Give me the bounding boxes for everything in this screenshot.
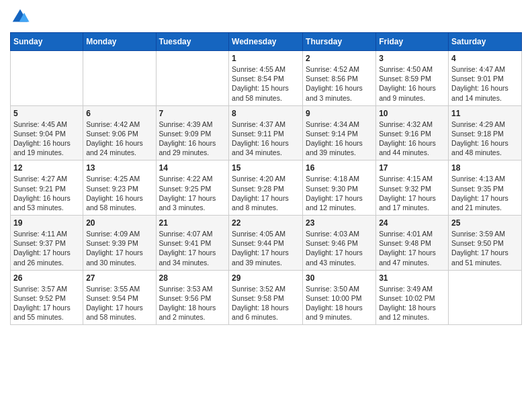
calendar-cell: 29Sunrise: 3:52 AM Sunset: 9:58 PM Dayli… (229, 270, 303, 325)
day-number: 18 (451, 163, 519, 173)
page: SundayMondayTuesdayWednesdayThursdayFrid… (0, 0, 532, 411)
day-info: Sunrise: 4:05 AM Sunset: 9:44 PM Dayligh… (232, 229, 300, 267)
calendar-cell: 1Sunrise: 4:55 AM Sunset: 8:54 PM Daylig… (229, 51, 303, 106)
calendar-cell (83, 51, 156, 106)
calendar-cell: 3Sunrise: 4:50 AM Sunset: 8:59 PM Daylig… (376, 51, 449, 106)
day-number: 15 (232, 163, 300, 173)
day-info: Sunrise: 4:47 AM Sunset: 9:01 PM Dayligh… (451, 64, 519, 103)
day-info: Sunrise: 4:45 AM Sunset: 9:04 PM Dayligh… (13, 120, 80, 158)
calendar-cell: 17Sunrise: 4:15 AM Sunset: 9:32 PM Dayli… (376, 161, 449, 216)
calendar-cell (449, 270, 522, 325)
day-info: Sunrise: 4:25 AM Sunset: 9:23 PM Dayligh… (86, 174, 152, 212)
day-number: 6 (86, 109, 152, 118)
calendar-cell: 28Sunrise: 3:53 AM Sunset: 9:56 PM Dayli… (156, 270, 229, 325)
day-number: 9 (306, 109, 373, 118)
day-info: Sunrise: 4:13 AM Sunset: 9:35 PM Dayligh… (451, 174, 519, 212)
day-info: Sunrise: 3:52 AM Sunset: 9:58 PM Dayligh… (232, 284, 300, 322)
day-info: Sunrise: 4:07 AM Sunset: 9:41 PM Dayligh… (159, 229, 226, 267)
header (10, 7, 522, 27)
logo (10, 7, 33, 27)
day-info: Sunrise: 4:03 AM Sunset: 9:46 PM Dayligh… (306, 229, 373, 267)
calendar-cell: 23Sunrise: 4:03 AM Sunset: 9:46 PM Dayli… (303, 216, 376, 271)
day-number: 22 (232, 218, 300, 228)
calendar-week-row: 26Sunrise: 3:57 AM Sunset: 9:52 PM Dayli… (11, 270, 522, 325)
day-number: 26 (13, 273, 80, 283)
day-number: 17 (379, 163, 445, 173)
day-info: Sunrise: 3:55 AM Sunset: 9:54 PM Dayligh… (86, 284, 152, 322)
day-number: 12 (13, 163, 80, 173)
day-info: Sunrise: 4:01 AM Sunset: 9:48 PM Dayligh… (379, 229, 445, 267)
calendar-cell: 13Sunrise: 4:25 AM Sunset: 9:23 PM Dayli… (83, 161, 156, 216)
day-info: Sunrise: 4:20 AM Sunset: 9:28 PM Dayligh… (232, 174, 300, 212)
calendar-cell: 6Sunrise: 4:42 AM Sunset: 9:06 PM Daylig… (83, 105, 156, 161)
day-number: 28 (159, 273, 226, 283)
day-number: 24 (379, 218, 445, 228)
calendar-cell: 25Sunrise: 3:59 AM Sunset: 9:50 PM Dayli… (449, 216, 522, 271)
day-info: Sunrise: 4:34 AM Sunset: 9:14 PM Dayligh… (306, 120, 373, 158)
day-info: Sunrise: 4:32 AM Sunset: 9:16 PM Dayligh… (379, 120, 445, 158)
calendar-cell: 8Sunrise: 4:37 AM Sunset: 9:11 PM Daylig… (229, 105, 303, 161)
day-number: 16 (306, 163, 373, 173)
day-number: 19 (13, 218, 80, 228)
day-number: 23 (306, 218, 373, 228)
calendar-cell (156, 51, 229, 106)
calendar-cell: 27Sunrise: 3:55 AM Sunset: 9:54 PM Dayli… (83, 270, 156, 325)
calendar-week-row: 12Sunrise: 4:27 AM Sunset: 9:21 PM Dayli… (11, 161, 522, 216)
calendar-cell: 11Sunrise: 4:29 AM Sunset: 9:18 PM Dayli… (449, 105, 522, 161)
day-info: Sunrise: 3:50 AM Sunset: 10:00 PM Daylig… (306, 284, 373, 322)
calendar-cell: 26Sunrise: 3:57 AM Sunset: 9:52 PM Dayli… (11, 270, 83, 325)
calendar-cell: 20Sunrise: 4:09 AM Sunset: 9:39 PM Dayli… (83, 216, 156, 271)
day-number: 25 (451, 218, 519, 228)
day-number: 29 (232, 273, 300, 283)
day-number: 13 (86, 163, 152, 173)
day-info: Sunrise: 4:22 AM Sunset: 9:25 PM Dayligh… (159, 174, 226, 212)
day-info: Sunrise: 4:39 AM Sunset: 9:09 PM Dayligh… (159, 120, 226, 158)
weekday-header-monday: Monday (83, 33, 156, 51)
calendar-cell: 18Sunrise: 4:13 AM Sunset: 9:35 PM Dayli… (449, 161, 522, 216)
calendar-week-row: 5Sunrise: 4:45 AM Sunset: 9:04 PM Daylig… (11, 105, 522, 161)
logo-icon (10, 7, 30, 27)
weekday-header-thursday: Thursday (303, 33, 376, 51)
day-number: 2 (306, 54, 373, 63)
calendar-week-row: 1Sunrise: 4:55 AM Sunset: 8:54 PM Daylig… (11, 51, 522, 106)
calendar-cell: 30Sunrise: 3:50 AM Sunset: 10:00 PM Dayl… (303, 270, 376, 325)
calendar-cell: 31Sunrise: 3:49 AM Sunset: 10:02 PM Dayl… (376, 270, 449, 325)
day-info: Sunrise: 4:50 AM Sunset: 8:59 PM Dayligh… (379, 64, 445, 103)
day-info: Sunrise: 3:53 AM Sunset: 9:56 PM Dayligh… (159, 284, 226, 322)
calendar-cell: 16Sunrise: 4:18 AM Sunset: 9:30 PM Dayli… (303, 161, 376, 216)
day-info: Sunrise: 4:52 AM Sunset: 8:56 PM Dayligh… (306, 64, 373, 103)
calendar-cell: 7Sunrise: 4:39 AM Sunset: 9:09 PM Daylig… (156, 105, 229, 161)
day-number: 14 (159, 163, 226, 173)
day-info: Sunrise: 4:15 AM Sunset: 9:32 PM Dayligh… (379, 174, 445, 212)
day-number: 30 (306, 273, 373, 283)
day-number: 31 (379, 273, 445, 283)
calendar-table: SundayMondayTuesdayWednesdayThursdayFrid… (10, 32, 522, 325)
calendar-cell: 24Sunrise: 4:01 AM Sunset: 9:48 PM Dayli… (376, 216, 449, 271)
day-number: 20 (86, 218, 152, 228)
calendar-body: 1Sunrise: 4:55 AM Sunset: 8:54 PM Daylig… (11, 51, 522, 325)
weekday-header-tuesday: Tuesday (156, 33, 229, 51)
day-number: 8 (232, 109, 300, 118)
calendar-cell: 9Sunrise: 4:34 AM Sunset: 9:14 PM Daylig… (303, 105, 376, 161)
day-number: 27 (86, 273, 152, 283)
day-info: Sunrise: 4:09 AM Sunset: 9:39 PM Dayligh… (86, 229, 152, 267)
calendar-cell: 10Sunrise: 4:32 AM Sunset: 9:16 PM Dayli… (376, 105, 449, 161)
weekday-header-friday: Friday (376, 33, 449, 51)
day-number: 7 (159, 109, 226, 118)
day-info: Sunrise: 4:11 AM Sunset: 9:37 PM Dayligh… (13, 229, 80, 267)
calendar-cell: 5Sunrise: 4:45 AM Sunset: 9:04 PM Daylig… (11, 105, 83, 161)
calendar-cell: 2Sunrise: 4:52 AM Sunset: 8:56 PM Daylig… (303, 51, 376, 106)
day-info: Sunrise: 3:49 AM Sunset: 10:02 PM Daylig… (379, 284, 445, 322)
day-number: 5 (13, 109, 80, 118)
calendar-cell (11, 51, 83, 106)
day-info: Sunrise: 4:27 AM Sunset: 9:21 PM Dayligh… (13, 174, 80, 212)
calendar-cell: 4Sunrise: 4:47 AM Sunset: 9:01 PM Daylig… (449, 51, 522, 106)
day-info: Sunrise: 4:55 AM Sunset: 8:54 PM Dayligh… (232, 64, 300, 103)
day-info: Sunrise: 3:57 AM Sunset: 9:52 PM Dayligh… (13, 284, 80, 322)
weekday-header-wednesday: Wednesday (229, 33, 303, 51)
day-info: Sunrise: 3:59 AM Sunset: 9:50 PM Dayligh… (451, 229, 519, 267)
weekday-header-saturday: Saturday (449, 33, 522, 51)
day-number: 1 (232, 54, 300, 63)
weekday-header-row: SundayMondayTuesdayWednesdayThursdayFrid… (11, 33, 522, 51)
calendar-cell: 22Sunrise: 4:05 AM Sunset: 9:44 PM Dayli… (229, 216, 303, 271)
